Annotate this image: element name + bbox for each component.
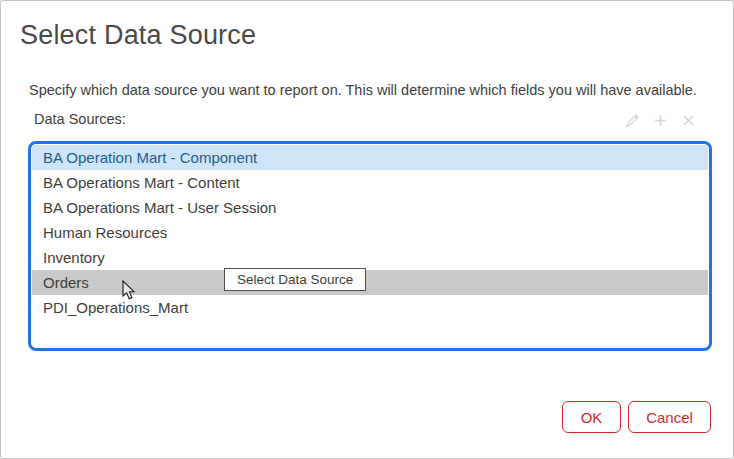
list-item-inventory[interactable]: Inventory bbox=[32, 245, 708, 270]
data-sources-listbox: BA Operation Mart - Component BA Operati… bbox=[28, 141, 712, 351]
dialog-title: Select Data Source bbox=[20, 20, 256, 51]
mouse-cursor-icon bbox=[122, 280, 136, 305]
ok-button[interactable]: OK bbox=[562, 401, 621, 433]
list-item-human-resources[interactable]: Human Resources bbox=[32, 220, 708, 245]
list-item-ba-operations-mart-content[interactable]: BA Operations Mart - Content bbox=[32, 170, 708, 195]
delete-icon[interactable] bbox=[680, 112, 697, 129]
add-icon[interactable] bbox=[652, 112, 669, 129]
edit-icon[interactable] bbox=[624, 112, 641, 129]
cancel-button[interactable]: Cancel bbox=[628, 401, 711, 433]
list-item-ba-operation-mart-component[interactable]: BA Operation Mart - Component bbox=[32, 145, 708, 170]
data-sources-label: Data Sources: bbox=[34, 111, 126, 127]
dialog-description: Specify which data source you want to re… bbox=[29, 82, 697, 98]
tooltip: Select Data Source bbox=[224, 268, 366, 291]
list-toolbar bbox=[624, 112, 697, 129]
data-sources-list: BA Operation Mart - Component BA Operati… bbox=[32, 145, 708, 347]
select-data-source-dialog: Select Data Source Specify which data so… bbox=[0, 0, 734, 459]
list-item-ba-operations-mart-user-session[interactable]: BA Operations Mart - User Session bbox=[32, 195, 708, 220]
